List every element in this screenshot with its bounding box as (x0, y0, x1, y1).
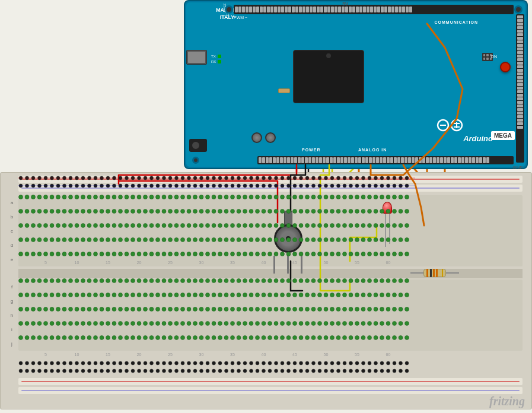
dc-jack (189, 139, 207, 152)
breadboard: a b c d e f g h i j (0, 172, 532, 409)
row-label-c: c (7, 224, 17, 238)
gnd-bottom-label: GND (512, 165, 523, 170)
led-red (383, 202, 392, 247)
communication-label: COMMUNICATION (434, 20, 478, 24)
resistor (410, 269, 459, 277)
row-label-e: e (7, 252, 17, 266)
on-label: ON (491, 55, 498, 59)
capacitor-2 (265, 132, 276, 143)
mounting-hole-tr (514, 5, 523, 14)
mounting-hole-bl (192, 157, 199, 164)
pwm-label: PWM ~ (234, 15, 247, 20)
row-label-b: b (7, 209, 17, 224)
crystal-oscillator (278, 88, 290, 93)
row-label-d: d (7, 238, 17, 252)
fritzing-watermark: fritzing (489, 395, 525, 408)
power-label: POWER (302, 148, 320, 152)
row-label-g: g (7, 294, 17, 308)
main-canvas: MADE IN ITALY (0, 0, 532, 413)
potentiometer (272, 211, 304, 276)
5v-label: 5V (342, 1, 348, 7)
row-label-j: j (7, 336, 17, 351)
mega-label: MEGA (491, 131, 515, 140)
analog-label: ANALOG IN (358, 148, 387, 152)
row-label-i: i (7, 322, 17, 336)
atmega-chip (293, 50, 364, 103)
arduino-mega-board: MADE IN ITALY (184, 0, 528, 169)
row-label-f: f (7, 279, 17, 294)
row-label-a: a (7, 195, 17, 209)
arduino-brand-text: Arduino (463, 134, 493, 143)
reset-button[interactable] (500, 62, 511, 72)
row-label-h: h (7, 308, 17, 322)
mounting-hole-tl (225, 5, 233, 14)
capacitor-1 (251, 132, 262, 143)
